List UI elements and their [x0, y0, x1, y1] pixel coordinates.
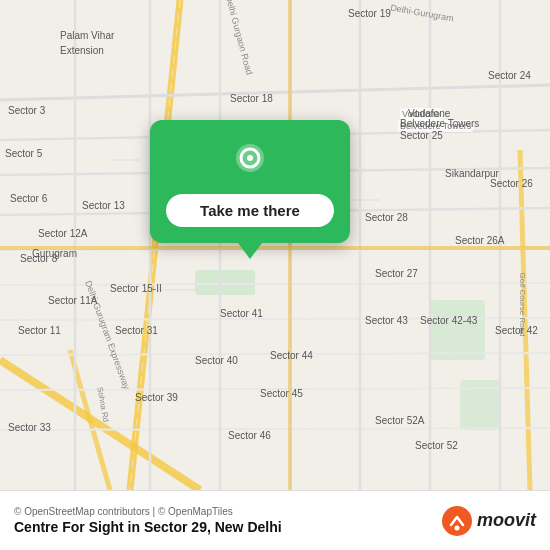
- bottom-info: © OpenStreetMap contributors | © OpenMap…: [14, 506, 282, 535]
- svg-point-26: [247, 155, 253, 161]
- place-name: Centre For Sight in Sector 29, New Delhi: [14, 519, 282, 535]
- moovit-text: moovit: [477, 510, 536, 531]
- popup-card: Take me there: [150, 120, 350, 243]
- svg-rect-2: [430, 300, 485, 360]
- bottom-bar: © OpenStreetMap contributors | © OpenMap…: [0, 490, 550, 550]
- location-pin-icon: [228, 140, 272, 184]
- moovit-icon: [441, 505, 473, 537]
- attribution: © OpenStreetMap contributors | © OpenMap…: [14, 506, 282, 517]
- svg-point-28: [454, 525, 459, 530]
- take-me-there-button[interactable]: Take me there: [166, 194, 334, 227]
- svg-point-27: [442, 506, 472, 536]
- svg-rect-1: [195, 270, 255, 295]
- moovit-logo[interactable]: moovit: [441, 505, 536, 537]
- map-container: Delhi Gurgaon Road Delhi-Gurugram Delhi-…: [0, 0, 550, 490]
